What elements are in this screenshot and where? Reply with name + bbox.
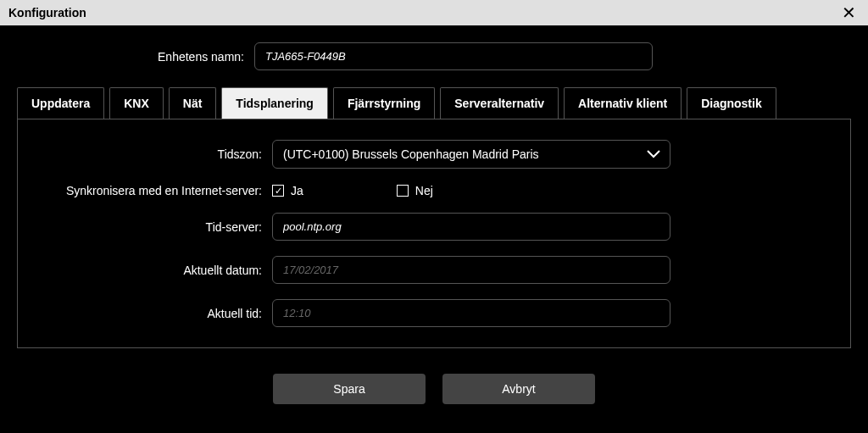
device-name-row: Enhetens namn: [17,42,851,70]
tab-alternativ-klient[interactable]: Alternativ klient [564,87,682,119]
time-row: Aktuell tid: [35,299,833,327]
timezone-label: Tidszon: [35,147,272,161]
tab-diagnostik[interactable]: Diagnostik [687,87,776,119]
content: Enhetens namn: Uppdatera KNX Nät Tidspla… [0,25,868,404]
date-label: Aktuellt datum: [35,264,272,277]
sync-no-label: Nej [415,184,433,197]
tab-serveralternativ[interactable]: Serveralternativ [440,87,559,119]
save-button[interactable]: Spara [273,374,426,404]
action-bar: Spara Avbryt [17,374,851,404]
timezone-row: Tidszon: (UTC+0100) Brussels Copenhagen … [35,140,833,169]
date-input[interactable] [272,256,670,284]
timeserver-row: Tid-server: [35,213,833,241]
tab-uppdatera[interactable]: Uppdatera [17,87,104,119]
timeserver-label: Tid-server: [35,220,272,234]
window-title: Konfiguration [8,6,86,19]
cancel-button[interactable]: Avbryt [442,374,595,404]
sync-yes-label: Ja [291,184,303,197]
timeserver-input[interactable] [272,213,670,241]
tab-panel: Tidszon: (UTC+0100) Brussels Copenhagen … [17,119,851,348]
checkbox-checked-icon: ✓ [272,185,284,197]
tab-tidsplanering[interactable]: Tidsplanering [221,87,328,119]
device-name-input[interactable] [254,42,653,70]
titlebar: Konfiguration ✕ [0,0,868,25]
close-icon[interactable]: ✕ [838,4,860,21]
device-name-label: Enhetens namn: [17,50,254,64]
tab-fjarrstyrning[interactable]: Fjärrstyrning [333,87,435,119]
sync-yes-checkbox[interactable]: ✓ Ja [272,184,303,197]
sync-no-checkbox[interactable]: Nej [397,184,433,197]
tab-nat[interactable]: Nät [169,87,217,119]
time-input[interactable] [272,299,670,327]
sync-row: Synkronisera med en Internet-server: ✓ J… [35,184,833,197]
checkbox-unchecked-icon [397,185,409,197]
time-label: Aktuell tid: [35,307,272,320]
timezone-select[interactable]: (UTC+0100) Brussels Copenhagen Madrid Pa… [272,140,670,169]
tabs: Uppdatera KNX Nät Tidsplanering Fjärrsty… [17,87,851,119]
sync-label: Synkronisera med en Internet-server: [35,184,272,197]
tab-knx[interactable]: KNX [109,87,164,119]
date-row: Aktuellt datum: [35,256,833,284]
